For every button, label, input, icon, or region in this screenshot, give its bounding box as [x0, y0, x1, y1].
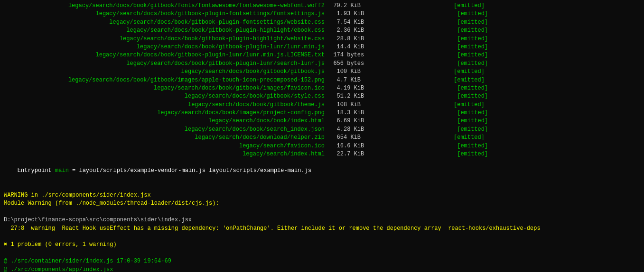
- filename: legacy/search/docs/book/gitbook/style.cs…: [4, 92, 327, 100]
- empty-line: [4, 208, 640, 216]
- filename: legacy/search/docs/book/gitbook/theme.js: [4, 101, 327, 109]
- emitted: [emitted]: [453, 92, 488, 100]
- size: 656 bytes: [327, 60, 368, 68]
- path-line: D:\project\finance-scopa\src\components\…: [4, 216, 640, 224]
- asset-line-15: legacy/search/docs/book/index.html 6.69 …: [4, 117, 640, 125]
- filename: legacy/search/docs/book/gitbook-plugin-f…: [4, 10, 327, 18]
- emitted: [emitted]: [453, 142, 488, 150]
- entrypoint-line: Entrypoint main = layout/scripts/example…: [4, 158, 640, 183]
- emitted: [emitted]: [453, 35, 488, 43]
- asset-line-14: legacy/search/docs/book/images/project-c…: [4, 109, 640, 117]
- empty-line: [4, 183, 640, 191]
- problem-count: ✖ 1 problem (0 errors, 1 warning): [4, 241, 640, 249]
- emitted: [emitted]: [450, 68, 485, 76]
- filename: legacy/search/docs/book/gitbook-plugin-l…: [4, 60, 327, 68]
- emitted: [emitted]: [453, 10, 488, 18]
- terminal-window: legacy/search/docs/book/gitbook/fonts/fo…: [0, 0, 644, 272]
- emitted: [emitted]: [450, 101, 485, 109]
- filename: legacy/search/docs/book/gitbook-plugin-f…: [4, 18, 327, 27]
- emitted: [emitted]: [453, 84, 488, 92]
- ref-line-1: @ ./src/container/sider/index.js 17:0-39…: [4, 257, 640, 265]
- asset-line-19: legacy/search/index.html 22.7 KiB [emitt…: [4, 150, 640, 158]
- emitted: [emitted]: [453, 126, 488, 134]
- asset-line-11: legacy/search/docs/book/gitbook/images/f…: [4, 84, 640, 92]
- filename: legacy/search/docs/book/gitbook-plugin-h…: [4, 35, 327, 43]
- size: 6.69 KiB: [327, 117, 368, 125]
- warning-header: WARNING in ./src/components/sider/index.…: [4, 191, 640, 199]
- size: 14.4 KiB: [327, 43, 368, 51]
- size: 174 bytes: [327, 51, 368, 59]
- filename: legacy/search/docs/book/gitbook/gitbook.…: [4, 68, 327, 76]
- size: 16.6 KiB: [327, 142, 368, 150]
- size: 4.7 KiB: [327, 76, 364, 84]
- filename: legacy/search/docs/book/gitbook-plugin-l…: [4, 51, 327, 59]
- asset-line-1: legacy/search/docs/book/gitbook/fonts/fo…: [4, 2, 640, 10]
- size: 2.36 KiB: [327, 27, 368, 35]
- size: 100 KiB: [327, 68, 364, 76]
- filename: legacy/search/favicon.ico: [4, 142, 327, 150]
- asset-line-6: legacy/search/docs/book/gitbook-plugin-l…: [4, 43, 640, 51]
- emitted: [emitted]: [450, 134, 485, 142]
- ref-line-2: @ ./src/components/app/index.jsx: [4, 266, 640, 272]
- filename: legacy/search/index.html: [4, 150, 327, 158]
- filename: legacy/search/docs/book/images/project-c…: [4, 109, 327, 117]
- emitted: [emitted]: [453, 117, 488, 125]
- size: 7.54 KiB: [327, 18, 368, 27]
- asset-line-2: legacy/search/docs/book/gitbook-plugin-f…: [4, 10, 640, 18]
- asset-line-5: legacy/search/docs/book/gitbook-plugin-h…: [4, 35, 640, 43]
- asset-line-18: legacy/search/favicon.ico 16.6 KiB [emit…: [4, 142, 640, 150]
- size: 1.93 KiB: [327, 10, 368, 18]
- asset-line-3: legacy/search/docs/book/gitbook-plugin-f…: [4, 18, 640, 27]
- size: 108 KiB: [327, 101, 364, 109]
- emitted: [emitted]: [450, 2, 485, 10]
- filename: legacy/search/docs/book/gitbook-plugin-h…: [4, 27, 327, 35]
- size: 28.8 KiB: [327, 35, 368, 43]
- emitted: [emitted]: [453, 150, 488, 158]
- warning-detail: 27:8 warning React Hook useEffect has a …: [4, 225, 640, 233]
- emitted: [emitted]: [453, 43, 488, 51]
- asset-line-8: legacy/search/docs/book/gitbook-plugin-l…: [4, 60, 640, 68]
- size: 4.19 KiB: [327, 84, 368, 92]
- size: 18.3 KiB: [327, 109, 368, 117]
- filename: legacy/search/docs/book/gitbook/images/a…: [4, 76, 327, 84]
- emitted: [emitted]: [453, 18, 488, 27]
- asset-line-4: legacy/search/docs/book/gitbook-plugin-h…: [4, 27, 640, 35]
- filename: legacy/search/docs/book/gitbook/fonts/fo…: [4, 2, 327, 10]
- filename: legacy/search/docs/book/gitbook/images/f…: [4, 84, 327, 92]
- asset-line-10: legacy/search/docs/book/gitbook/images/a…: [4, 76, 640, 84]
- asset-line-17: legacy/search/docs/download/helper.zip 6…: [4, 134, 640, 142]
- asset-line-13: legacy/search/docs/book/gitbook/theme.js…: [4, 101, 640, 109]
- emitted: [emitted]: [453, 51, 488, 59]
- filename: legacy/search/docs/book/index.html: [4, 117, 327, 125]
- size: 654 KiB: [327, 134, 364, 142]
- empty-line: [4, 233, 640, 241]
- asset-line-12: legacy/search/docs/book/gitbook/style.cs…: [4, 92, 640, 100]
- size: 22.7 KiB: [327, 150, 368, 158]
- size: 4.28 KiB: [327, 126, 368, 134]
- empty-line: [4, 249, 640, 257]
- emitted: [emitted]: [453, 27, 488, 35]
- asset-line-16: legacy/search/docs/book/search_index.jso…: [4, 126, 640, 134]
- size: 70.2 KiB: [327, 2, 364, 10]
- asset-line-7: legacy/search/docs/book/gitbook-plugin-l…: [4, 51, 640, 59]
- filename: legacy/search/docs/book/search_index.jso…: [4, 126, 327, 134]
- emitted: [emitted]: [450, 76, 485, 84]
- asset-line-9: legacy/search/docs/book/gitbook/gitbook.…: [4, 68, 640, 76]
- module-warning: Module Warning (from ./node_modules/thre…: [4, 199, 640, 208]
- emitted: [emitted]: [453, 60, 488, 68]
- filename: legacy/search/docs/book/gitbook-plugin-l…: [4, 43, 327, 51]
- emitted: [emitted]: [453, 109, 488, 117]
- size: 51.2 KiB: [327, 92, 368, 100]
- filename: legacy/search/docs/download/helper.zip: [4, 134, 327, 142]
